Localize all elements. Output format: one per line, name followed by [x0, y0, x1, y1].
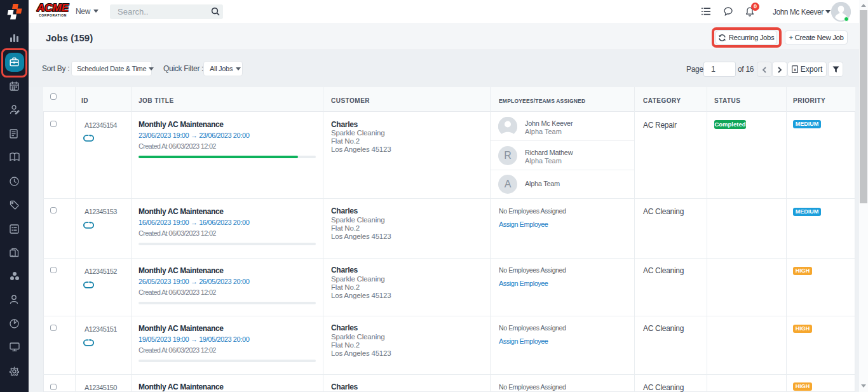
svg-text:x: x — [794, 67, 796, 72]
